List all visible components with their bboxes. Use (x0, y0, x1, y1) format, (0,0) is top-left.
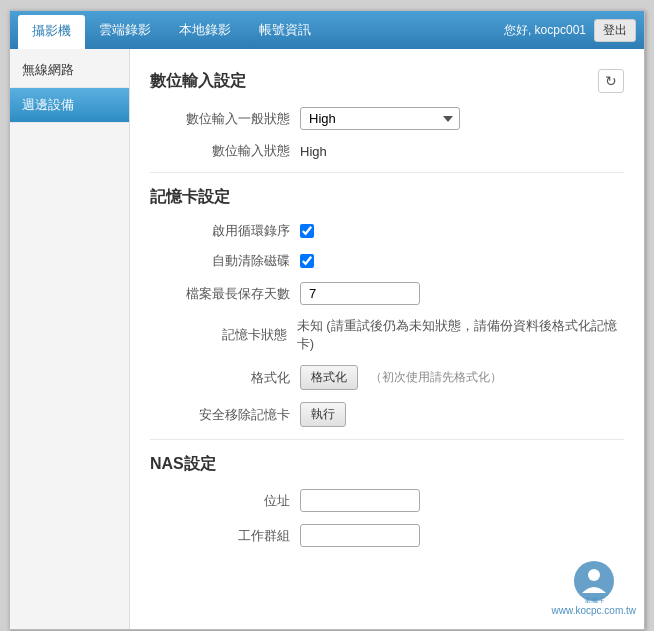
nav-right: 您好, kocpc001 登出 (504, 11, 636, 49)
eject-button[interactable]: 執行 (300, 402, 346, 427)
card-status-label: 記憶卡狀態 (180, 326, 297, 344)
auto-clean-row: 自動清除磁碟 (150, 252, 624, 270)
svg-text:電腦王: 電腦王 (583, 597, 604, 603)
nav-tab-cloud[interactable]: 雲端錄影 (85, 11, 165, 49)
digital-input-header: 數位輸入設定 ↻ (150, 69, 624, 93)
watermark: 電腦王 www.kocpc.com.tw (552, 559, 636, 616)
memory-card-title: 記憶卡設定 (150, 187, 230, 208)
nav-bar: 攝影機 雲端錄影 本地錄影 帳號資訊 您好, kocpc001 登出 (10, 11, 644, 49)
svg-point-1 (588, 569, 600, 581)
watermark-url: www.kocpc.com.tw (552, 605, 636, 616)
memory-card-header: 記憶卡設定 (150, 187, 624, 208)
max-days-label: 檔案最長保存天數 (180, 285, 300, 303)
greeting-text: 您好, kocpc001 (504, 22, 586, 39)
format-hint: （初次使用請先格式化） (370, 369, 502, 386)
sidebar-item-peripheral[interactable]: 週邊設備 (10, 88, 129, 123)
eject-row: 安全移除記憶卡 執行 (150, 402, 624, 427)
max-days-input[interactable] (300, 282, 420, 305)
nav-tab-local[interactable]: 本地錄影 (165, 11, 245, 49)
nav-tab-account[interactable]: 帳號資訊 (245, 11, 325, 49)
format-row: 格式化 格式化 （初次使用請先格式化） (150, 365, 624, 390)
digital-status-row: 數位輸入狀態 High (150, 142, 624, 160)
loop-checkbox[interactable] (300, 224, 314, 238)
digital-status-value: High (300, 144, 327, 159)
nas-address-input[interactable] (300, 489, 420, 512)
digital-general-row: 數位輸入一般狀態 High Low (150, 107, 624, 130)
divider-2 (150, 439, 624, 440)
logout-button[interactable]: 登出 (594, 19, 636, 42)
nas-address-label: 位址 (180, 492, 300, 510)
digital-input-title: 數位輸入設定 (150, 71, 246, 92)
digital-general-label: 數位輸入一般狀態 (180, 110, 300, 128)
sidebar: 無線網路 週邊設備 (10, 49, 130, 629)
nas-workgroup-input[interactable] (300, 524, 420, 547)
sidebar-item-wireless[interactable]: 無線網路 (10, 53, 129, 88)
nas-address-row: 位址 (150, 489, 624, 512)
auto-clean-checkbox[interactable] (300, 254, 314, 268)
main-area: 無線網路 週邊設備 數位輸入設定 ↻ 數位輸入一般狀態 High Low (10, 49, 644, 629)
divider-1 (150, 172, 624, 173)
format-label: 格式化 (180, 369, 300, 387)
nas-title: NAS設定 (150, 454, 624, 475)
card-status-value: 未知 (請重試後仍為未知狀態，請備份資料後格式化記憶卡) (297, 317, 624, 353)
refresh-button[interactable]: ↻ (598, 69, 624, 93)
nav-tab-camera[interactable]: 攝影機 (18, 15, 85, 49)
nas-workgroup-label: 工作群組 (180, 527, 300, 545)
nas-workgroup-row: 工作群組 (150, 524, 624, 547)
watermark-logo-icon: 電腦王 (572, 559, 616, 603)
digital-general-select[interactable]: High Low (300, 107, 460, 130)
content-area: 數位輸入設定 ↻ 數位輸入一般狀態 High Low 數位輸入狀態 High (130, 49, 644, 629)
format-button[interactable]: 格式化 (300, 365, 358, 390)
eject-label: 安全移除記憶卡 (180, 406, 300, 424)
loop-recording-row: 啟用循環錄序 (150, 222, 624, 240)
card-status-row: 記憶卡狀態 未知 (請重試後仍為未知狀態，請備份資料後格式化記憶卡) (150, 317, 624, 353)
loop-label: 啟用循環錄序 (180, 222, 300, 240)
auto-clean-label: 自動清除磁碟 (180, 252, 300, 270)
digital-status-label: 數位輸入狀態 (180, 142, 300, 160)
max-days-row: 檔案最長保存天數 (150, 282, 624, 305)
